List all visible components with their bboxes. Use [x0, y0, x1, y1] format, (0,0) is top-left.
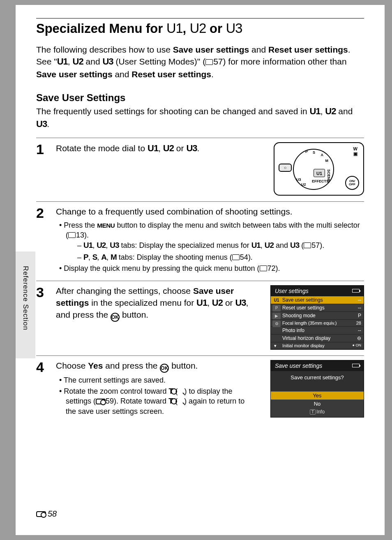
lcd-tab: U1 [272, 297, 281, 304]
bullet: Press the MENU button to display the men… [59, 220, 364, 263]
section-heading: Save User Settings [36, 92, 364, 104]
magnify-icon [178, 397, 184, 404]
manual-page: Reference Section Specialized Menu for U… [16, 5, 385, 535]
step-body: Rotate the mode dial to U1, U2 or U3. [56, 142, 260, 196]
bullet: Rotate the zoom control toward T () to d… [59, 386, 256, 416]
step-3: 3 After changing the settings, choose Sa… [36, 281, 364, 350]
dial-selected: U1 [314, 169, 325, 177]
dial-indicator: ○ [279, 164, 292, 172]
page-number: 58 [36, 509, 57, 519]
mode-u1: U1 [166, 21, 183, 36]
sub-bullet: P, S, A, M tabs: Display the shooting me… [77, 252, 364, 263]
rule [36, 18, 364, 18]
step-body: Choose Yes and press the OK button. The … [56, 360, 256, 418]
dial-label-effects: EFFECTS [312, 179, 329, 183]
lcd-row: ▾ Initial monitor display● ON [271, 342, 364, 349]
lcd-title: User settings [271, 286, 364, 296]
dial-label-s: S [313, 150, 315, 155]
lcd-row: U1 Save user settings-- [271, 296, 364, 304]
book-icon [260, 264, 267, 272]
lcd-option-no: No [271, 399, 364, 408]
book-icon [304, 241, 311, 249]
book-icon [68, 231, 76, 239]
step-body: Change to a frequently used combination … [56, 206, 364, 275]
zoom-w-label: W▣ [353, 146, 357, 157]
step-1: 1 Rotate the mode dial to U1, U2 or U3. … [36, 138, 364, 196]
lcd-tab: P [272, 305, 281, 312]
lcd-title: Save user settings [271, 360, 364, 371]
step-number: 1 [36, 142, 48, 196]
lcd-option-yes: Yes [271, 391, 364, 399]
reference-section-icon [36, 511, 46, 517]
lcd-row: ▶ Shooting modeP [271, 312, 364, 320]
lcd-prompt: Save current settings? [271, 371, 364, 391]
reference-icon [96, 399, 106, 404]
step-number: 2 [36, 206, 48, 275]
mode-u3: U3 [226, 21, 242, 36]
lcd-tab: ⚙ [272, 321, 281, 327]
bullet: The current settings are saved. [59, 375, 256, 385]
section-intro: The frequently used settings for shootin… [36, 105, 364, 131]
battery-icon [352, 289, 360, 293]
step-number: 3 [36, 285, 48, 350]
lcd-tab: ▶ [272, 313, 281, 319]
lcd-row: ⚙ Focal length (35mm equiv.)28 [271, 320, 364, 327]
side-label: Reference Section [21, 266, 30, 330]
battery-icon [352, 364, 360, 367]
menu-button-label: MENU [97, 222, 115, 229]
title-text: Specialized Menu for [36, 21, 166, 36]
dial-label-m: M [325, 159, 329, 163]
book-icon [205, 57, 213, 66]
book-icon [232, 253, 240, 261]
dial-label-u2: U2 [301, 182, 306, 187]
lcd-row: P Reset user settings-- [271, 304, 364, 312]
dial-label-u3: U3 [296, 178, 301, 182]
intro-paragraph: The following describes how to use Save … [36, 44, 364, 81]
sub-bullet: U1, U2, U3 tabs: Display the specialized… [77, 240, 364, 251]
lcd-row: Virtual horizon display⊖ [271, 335, 364, 342]
onoff-button: ON/ OFF [345, 176, 359, 190]
ok-button-icon: OK [111, 313, 120, 322]
page-title: Specialized Menu for U1, U2 or U3 [36, 21, 364, 36]
lcd-save-confirm: Save user settings Save current settings… [270, 360, 364, 418]
dial-label-p: P [305, 150, 308, 154]
mode-u2: U2 [190, 21, 206, 36]
lcd-row: Photo info-- [271, 327, 364, 335]
lcd-footer: TInfo [271, 408, 364, 416]
step-body: After changing the settings, choose Save… [56, 285, 256, 350]
step-4: 4 Choose Yes and press the OK button. Th… [36, 355, 364, 418]
lcd-user-settings: User settings U1 Save user settings-- P … [270, 285, 364, 350]
step-number: 4 [36, 360, 48, 418]
magnify-icon [178, 387, 184, 394]
dial-label-scene: SCENE [327, 169, 331, 182]
step-2: 2 Change to a frequently used combinatio… [36, 201, 364, 275]
bullet: Display the quick menu by pressing the q… [59, 263, 364, 273]
dial-label-a: A [321, 153, 324, 157]
mode-dial-illustration: EFFECTS SCENE U2 U3 P S A M U1 ○ ON/ OFF… [274, 142, 364, 196]
ok-button-icon: OK [160, 364, 169, 373]
